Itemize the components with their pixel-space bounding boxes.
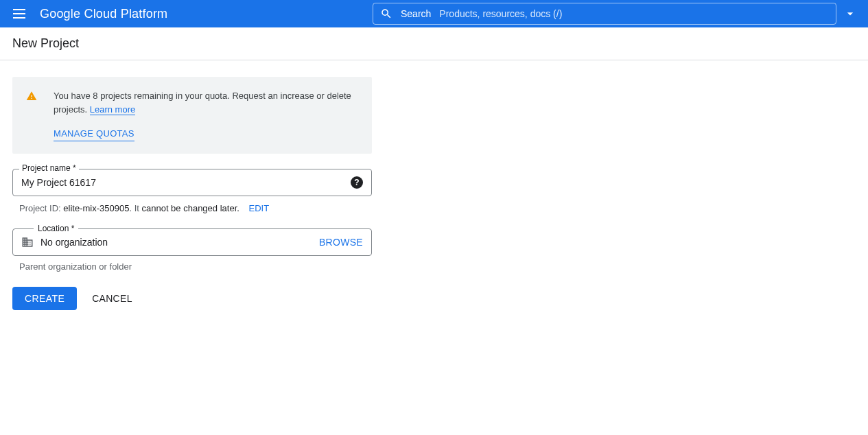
menu-icon[interactable]	[11, 5, 27, 22]
organization-icon	[21, 236, 34, 248]
edit-project-id-link[interactable]: EDIT	[248, 203, 269, 213]
help-icon[interactable]: ?	[351, 176, 363, 189]
quota-notice: You have 8 projects remaining in your qu…	[12, 77, 372, 154]
manage-quotas-link[interactable]: MANAGE QUOTAS	[54, 127, 134, 141]
content: You have 8 projects remaining in your qu…	[0, 60, 384, 327]
location-field: Location * No organization BROWSE Parent…	[12, 228, 372, 272]
project-id-value: elite-mix-350905	[63, 203, 129, 213]
project-id-mid: . It	[129, 203, 141, 213]
location-label: Location *	[34, 224, 78, 233]
project-id-nochange: cannot be changed later.	[141, 203, 239, 213]
brand-rest: Cloud Platform	[80, 7, 167, 21]
warning-icon	[26, 91, 40, 141]
browse-button[interactable]: BROWSE	[319, 237, 363, 248]
action-row: CREATE CANCEL	[12, 287, 372, 310]
page-header: New Project	[0, 27, 868, 60]
location-value: No organization	[40, 237, 319, 248]
brand-google: Google	[40, 7, 80, 21]
project-name-field: Project name * ?	[12, 169, 372, 196]
search-input[interactable]	[439, 8, 829, 19]
project-id-prefix: Project ID:	[19, 203, 63, 213]
brand-logo[interactable]: Google Cloud Platform	[40, 7, 167, 21]
chevron-down-icon[interactable]	[843, 7, 857, 21]
project-name-input[interactable]	[21, 177, 351, 188]
cancel-button[interactable]: CANCEL	[92, 293, 132, 304]
project-name-box: ?	[12, 169, 372, 196]
top-bar: Google Cloud Platform Search	[0, 0, 868, 27]
search-icon	[380, 8, 392, 20]
location-box: Location * No organization BROWSE	[12, 228, 372, 256]
search-box[interactable]: Search	[373, 3, 836, 25]
page-title: New Project	[12, 36, 79, 51]
project-name-label: Project name *	[19, 163, 79, 173]
location-hint: Parent organization or folder	[12, 261, 372, 272]
create-button[interactable]: CREATE	[12, 287, 77, 310]
learn-more-link[interactable]: Learn more	[90, 104, 135, 115]
project-id-line: Project ID: elite-mix-350905. It cannot …	[12, 203, 372, 213]
search-label: Search	[401, 8, 431, 19]
notice-body: You have 8 projects remaining in your qu…	[54, 89, 358, 141]
